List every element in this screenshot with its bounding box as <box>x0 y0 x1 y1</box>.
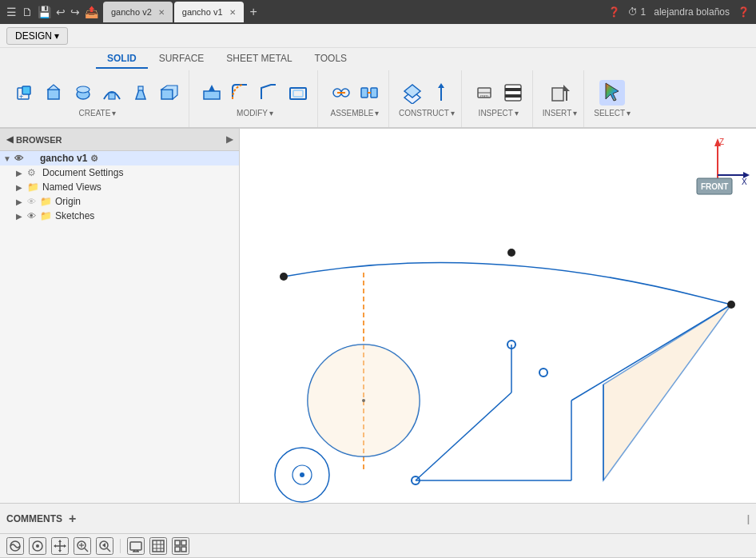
svg-rect-19 <box>361 88 368 98</box>
pan-button[interactable] <box>51 537 69 555</box>
axis-button[interactable] <box>428 80 454 106</box>
svg-marker-4 <box>48 85 59 90</box>
tab-solid[interactable]: SOLID <box>96 50 148 69</box>
tree-arrow-origin[interactable]: ▶ <box>16 197 27 206</box>
select-button[interactable] <box>599 80 625 106</box>
svg-rect-9 <box>138 86 143 90</box>
user-label[interactable]: alejandra bolaños <box>654 6 730 18</box>
svg-rect-30 <box>505 94 521 98</box>
tree-arrow-root[interactable]: ▼ <box>3 154 14 163</box>
zoom-fit-button[interactable] <box>74 537 91 555</box>
create-label: CREATE ▾ <box>79 109 117 118</box>
tab-gancho-v2[interactable]: gancho v2 ✕ <box>103 2 173 22</box>
press-pull-button[interactable] <box>199 80 225 106</box>
view-cube[interactable]: Z X FRONT <box>686 135 750 201</box>
sidebar-collapse-button[interactable]: ▶ <box>226 134 233 145</box>
canvas-area[interactable]: Z X FRONT <box>240 129 756 503</box>
svg-text:FRONT: FRONT <box>701 182 728 191</box>
tree-item-named-views[interactable]: ▶ 📁 Named Views <box>0 180 239 194</box>
svg-text:X: X <box>742 177 747 186</box>
viewport-button[interactable] <box>172 537 189 555</box>
help-icon[interactable]: ❓ <box>608 6 620 18</box>
look-from-button[interactable] <box>29 537 46 555</box>
extrude-button[interactable] <box>42 80 67 106</box>
toolbar-group-select: SELECT ▾ <box>587 70 637 127</box>
tree-item-sketches[interactable]: ▶ 👁 📁 Sketches <box>0 209 239 223</box>
toolbar-tabs-row: SOLID SURFACE SHEET METAL TOOLS <box>0 48 756 70</box>
svg-marker-13 <box>209 85 215 91</box>
svg-marker-32 <box>563 85 570 91</box>
zoom-button[interactable] <box>96 537 113 555</box>
svg-marker-34 <box>606 83 619 101</box>
add-tab-button[interactable]: + <box>250 5 257 19</box>
root-settings-icon[interactable]: ⚙ <box>90 153 98 164</box>
svg-rect-90 <box>181 540 186 545</box>
joint-button[interactable] <box>328 80 353 106</box>
measure-button[interactable]: mm <box>472 80 497 106</box>
grid-button[interactable] <box>149 537 167 555</box>
orbit-button[interactable] <box>6 537 24 555</box>
tab-gancho-v1[interactable]: gancho v1 ✕ <box>174 2 244 22</box>
close-tab-icon[interactable]: ✕ <box>229 8 236 17</box>
tab-sheet-metal[interactable]: SHEET METAL <box>215 50 303 69</box>
svg-rect-20 <box>371 88 377 98</box>
inspect-label: INSPECT ▾ <box>479 109 519 118</box>
loft-button[interactable] <box>128 80 153 106</box>
zebra-button[interactable] <box>500 80 526 106</box>
tab-tools[interactable]: TOOLS <box>304 50 358 69</box>
app-menu-icon[interactable]: ☰ <box>6 6 17 18</box>
revolve-button[interactable] <box>70 80 96 106</box>
close-tab-icon[interactable]: ✕ <box>158 8 165 17</box>
collapse-left-icon[interactable]: ◀ <box>6 134 13 145</box>
eye-icon-origin[interactable]: 👁 <box>27 197 40 206</box>
tree-arrow-named[interactable]: ▶ <box>16 183 27 192</box>
insert-button[interactable] <box>547 80 573 106</box>
bottom-toolbar <box>0 533 756 557</box>
tree-item-root[interactable]: ▼ 👁 gancho v1 ⚙ <box>0 151 239 165</box>
add-comment-button[interactable]: + <box>69 512 76 526</box>
inspect-icons: mm <box>472 80 526 106</box>
toolbar-group-inspect: mm INSPECT ▾ <box>465 70 533 127</box>
svg-rect-35 <box>240 129 756 503</box>
new-component-button[interactable]: + <box>13 80 38 106</box>
save-icon[interactable]: 💾 <box>38 6 51 18</box>
sketch-canvas <box>240 129 756 503</box>
shell-button[interactable] <box>285 80 311 106</box>
tree-arrow-doc[interactable]: ▶ <box>16 169 27 177</box>
as-built-joint-button[interactable] <box>356 80 382 106</box>
construct-icons <box>400 80 454 106</box>
timer-icon[interactable]: ⏱ 1 <box>628 6 646 18</box>
folder-icon-named: 📁 <box>27 181 40 193</box>
offset-plane-button[interactable] <box>400 80 425 106</box>
svg-text:+: + <box>19 93 23 101</box>
fillet-button[interactable] <box>228 80 253 106</box>
assemble-icons <box>328 80 382 106</box>
design-button[interactable]: DESIGN ▾ <box>6 27 68 45</box>
main-area: ◀ BROWSER ▶ ▼ 👁 gancho v1 ⚙ ▶ ⚙ Document… <box>0 129 756 503</box>
tree-item-origin[interactable]: ▶ 👁 📁 Origin <box>0 194 239 209</box>
toolbar-group-insert: INSERT ▾ <box>536 70 585 127</box>
help2-icon[interactable]: ❓ <box>738 6 750 18</box>
box-button[interactable] <box>157 80 182 106</box>
export-icon[interactable]: 📤 <box>85 6 98 18</box>
svg-rect-31 <box>552 88 563 101</box>
tree-item-doc-settings[interactable]: ▶ ⚙ Document Settings <box>0 165 239 180</box>
eye-icon-root[interactable]: 👁 <box>14 153 27 163</box>
undo-icon[interactable]: ↩ <box>56 6 66 18</box>
svg-marker-79 <box>102 543 105 548</box>
display-settings-button[interactable] <box>127 537 145 555</box>
svg-point-48 <box>308 345 420 456</box>
tab-label: gancho v1 <box>182 7 223 17</box>
redo-icon[interactable]: ↪ <box>70 6 80 18</box>
sweep-button[interactable] <box>99 80 125 106</box>
doc-settings-label: Document Settings <box>42 167 123 178</box>
sidebar-header: ◀ BROWSER ▶ <box>0 129 239 151</box>
tree-arrow-sketches[interactable]: ▶ <box>16 212 27 221</box>
chamfer-button[interactable] <box>257 80 282 106</box>
file-icon[interactable]: 🗋 <box>22 6 33 18</box>
tab-surface[interactable]: SURFACE <box>148 50 216 69</box>
svg-point-6 <box>77 86 90 93</box>
toolbar-separator-1 <box>120 539 121 553</box>
comments-divider: | <box>747 513 750 524</box>
eye-icon-sketches[interactable]: 👁 <box>27 211 40 221</box>
